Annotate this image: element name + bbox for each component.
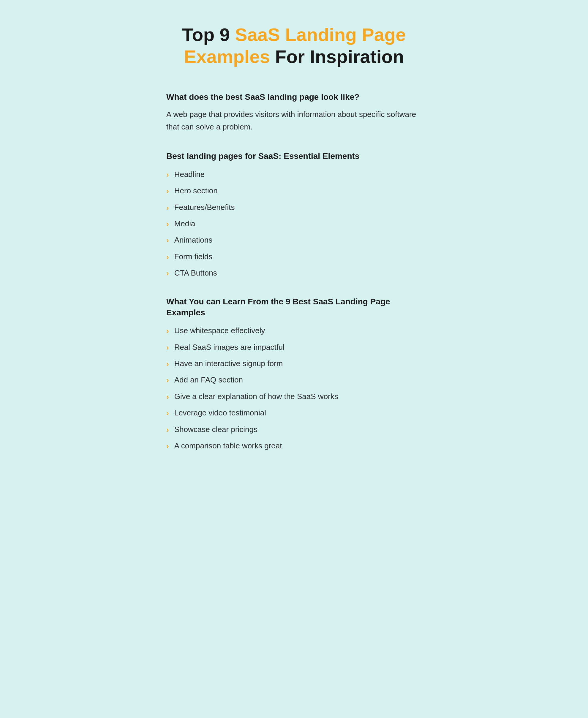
list-item-text: Have an interactive signup form [174,358,283,369]
content-wrapper: Top 9 SaaS Landing Page Examples For Ins… [160,24,428,451]
title-part3: For Inspiration [270,46,404,67]
chevron-icon: › [166,218,169,229]
list-item-text: Hero section [174,185,218,196]
list-item: › Features/Benefits [166,202,422,213]
essential-elements-heading: Best landing pages for SaaS: Essential E… [166,151,422,162]
list-item-text: CTA Buttons [174,268,217,278]
list-item: › Real SaaS images are impactful [166,342,422,353]
page-title: Top 9 SaaS Landing Page Examples For Ins… [166,24,422,68]
list-item: › Leverage video testimonial [166,407,422,418]
list-item: › Have an interactive signup form [166,358,422,369]
list-item-text: Real SaaS images are impactful [174,342,285,353]
learn-section: What You can Learn From the 9 Best SaaS … [166,296,422,451]
list-item: › Animations [166,235,422,246]
title-part1: Top 9 [182,24,235,45]
list-item: › Headline [166,169,422,180]
list-item-text: Headline [174,169,205,180]
list-item-text: Features/Benefits [174,202,235,213]
chevron-icon: › [166,408,169,418]
list-item: › CTA Buttons [166,268,422,278]
list-item: › Use whitespace effectively [166,325,422,336]
list-item-text: Add an FAQ section [174,375,243,385]
chevron-icon: › [166,169,169,180]
chevron-icon: › [166,202,169,213]
faq-body: A web page that provides visitors with i… [166,108,422,133]
chevron-icon: › [166,375,169,385]
learn-heading: What You can Learn From the 9 Best SaaS … [166,296,422,318]
list-item: › Give a clear explanation of how the Sa… [166,391,422,402]
list-item-text: Leverage video testimonial [174,407,266,418]
list-item: › Hero section [166,185,422,196]
list-item: › Showcase clear pricings [166,424,422,435]
chevron-icon: › [166,392,169,402]
chevron-icon: › [166,235,169,246]
list-item: › Form fields [166,251,422,262]
chevron-icon: › [166,252,169,262]
learn-list: › Use whitespace effectively › Real SaaS… [166,325,422,451]
list-item-text: A comparison table works great [174,440,282,451]
essential-elements-list: › Headline › Hero section › Features/Ben… [166,169,422,279]
list-item-text: Form fields [174,251,213,262]
list-item-text: Animations [174,235,213,245]
chevron-icon: › [166,325,169,336]
chevron-icon: › [166,441,169,451]
list-item: › Add an FAQ section [166,375,422,385]
chevron-icon: › [166,268,169,278]
faq-heading: What does the best SaaS landing page loo… [166,92,422,102]
list-item: › Media [166,218,422,229]
essential-elements-section: Best landing pages for SaaS: Essential E… [166,151,422,278]
chevron-icon: › [166,358,169,369]
chevron-icon: › [166,424,169,435]
chevron-icon: › [166,186,169,196]
list-item-text: Give a clear explanation of how the SaaS… [174,391,338,402]
faq-section: What does the best SaaS landing page loo… [166,92,422,133]
list-item-text: Use whitespace effectively [174,325,265,336]
list-item-text: Media [174,218,195,229]
list-item-text: Showcase clear pricings [174,424,257,435]
chevron-icon: › [166,342,169,353]
list-item: › A comparison table works great [166,440,422,451]
